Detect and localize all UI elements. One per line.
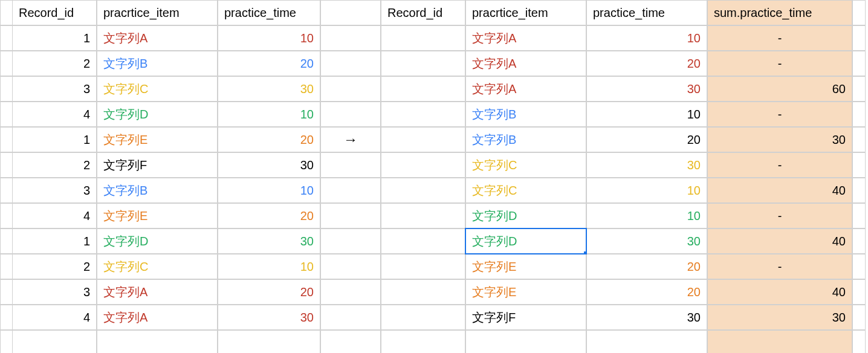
right-sum-practice-time[interactable]: 40	[707, 279, 852, 305]
spacer-cell[interactable]	[320, 25, 381, 51]
spacer-cell[interactable]	[320, 102, 381, 127]
left-record-id[interactable]: 4	[12, 203, 97, 228]
right-record-id[interactable]	[381, 25, 465, 51]
edge-cell[interactable]	[852, 0, 866, 25]
right-practice-time[interactable]: 10	[586, 203, 707, 228]
spacer-cell[interactable]	[320, 0, 381, 25]
edge-cell[interactable]	[852, 25, 866, 51]
spacer-cell[interactable]	[320, 203, 381, 228]
spacer-cell[interactable]	[320, 152, 381, 178]
row-header[interactable]	[0, 76, 13, 102]
left-practice-item[interactable]: 文字列F	[97, 152, 218, 178]
right-practice-time[interactable]: 10	[586, 102, 707, 127]
col-header-practice-time-right[interactable]: practice_time	[586, 0, 707, 25]
row-header[interactable]	[0, 228, 13, 254]
empty-cell[interactable]	[465, 330, 586, 353]
empty-cell[interactable]	[218, 330, 320, 353]
row-header[interactable]	[0, 279, 13, 305]
left-practice-item[interactable]: 文字列A	[97, 305, 218, 330]
right-record-id[interactable]	[381, 127, 465, 152]
right-practice-item[interactable]: 文字列A	[465, 25, 586, 51]
right-sum-practice-time[interactable]: 40	[707, 178, 852, 203]
right-practice-item[interactable]: 文字列C	[465, 178, 586, 203]
empty-cell[interactable]	[12, 330, 97, 353]
right-practice-time[interactable]: 20	[586, 279, 707, 305]
right-practice-time[interactable]: 30	[586, 152, 707, 178]
col-header-practice-time-left[interactable]: practice_time	[218, 0, 320, 25]
edge-cell[interactable]	[852, 178, 866, 203]
row-header[interactable]	[0, 0, 13, 25]
right-practice-item[interactable]: 文字列C	[465, 152, 586, 178]
right-practice-item[interactable]: 文字列D	[465, 228, 586, 254]
spacer-cell[interactable]	[320, 254, 381, 279]
row-header[interactable]	[0, 178, 13, 203]
left-record-id[interactable]: 3	[12, 178, 97, 203]
empty-cell[interactable]	[852, 330, 866, 353]
edge-cell[interactable]	[852, 228, 866, 254]
left-practice-item[interactable]: 文字列A	[97, 279, 218, 305]
right-record-id[interactable]	[381, 203, 465, 228]
right-practice-time[interactable]: 30	[586, 76, 707, 102]
empty-cell[interactable]	[97, 330, 218, 353]
edge-cell[interactable]	[852, 51, 866, 76]
right-practice-item[interactable]: 文字列B	[465, 102, 586, 127]
right-sum-practice-time[interactable]: 30	[707, 127, 852, 152]
left-practice-time[interactable]: 10	[218, 178, 320, 203]
empty-cell[interactable]	[381, 330, 465, 353]
left-record-id[interactable]: 1	[12, 228, 97, 254]
left-record-id[interactable]: 3	[12, 76, 97, 102]
left-practice-time[interactable]: 10	[218, 102, 320, 127]
left-practice-item[interactable]: 文字列D	[97, 102, 218, 127]
col-header-record-id-left[interactable]: Record_id	[12, 0, 97, 25]
row-header[interactable]	[0, 127, 13, 152]
row-header[interactable]	[0, 102, 13, 127]
left-record-id[interactable]: 1	[12, 127, 97, 152]
col-header-practice-item-left[interactable]: pracrtice_item	[97, 0, 218, 25]
right-sum-practice-time[interactable]: -	[707, 203, 852, 228]
left-practice-time[interactable]: 20	[218, 127, 320, 152]
edge-cell[interactable]	[852, 127, 866, 152]
left-practice-item[interactable]: 文字列C	[97, 76, 218, 102]
spacer-cell[interactable]	[320, 51, 381, 76]
col-header-record-id-right[interactable]: Record_id	[381, 0, 465, 25]
left-practice-item[interactable]: 文字列E	[97, 127, 218, 152]
right-practice-time[interactable]: 20	[586, 51, 707, 76]
left-record-id[interactable]: 1	[12, 25, 97, 51]
left-practice-time[interactable]: 30	[218, 76, 320, 102]
right-practice-item[interactable]: 文字列F	[465, 305, 586, 330]
left-record-id[interactable]: 4	[12, 305, 97, 330]
spacer-cell[interactable]	[320, 228, 381, 254]
right-record-id[interactable]	[381, 305, 465, 330]
col-header-practice-item-right[interactable]: pracrtice_item	[465, 0, 586, 25]
left-practice-time[interactable]: 30	[218, 228, 320, 254]
right-practice-time[interactable]: 20	[586, 254, 707, 279]
col-header-sum-practice-time[interactable]: sum.practice_time	[707, 0, 852, 25]
left-practice-item[interactable]: 文字列A	[97, 25, 218, 51]
left-practice-item[interactable]: 文字列E	[97, 203, 218, 228]
spacer-cell[interactable]	[320, 178, 381, 203]
left-record-id[interactable]: 4	[12, 102, 97, 127]
right-record-id[interactable]	[381, 279, 465, 305]
left-practice-time[interactable]: 30	[218, 152, 320, 178]
right-practice-item[interactable]: 文字列B	[465, 127, 586, 152]
empty-cell[interactable]	[586, 330, 707, 353]
right-practice-item[interactable]: 文字列D	[465, 203, 586, 228]
right-practice-time[interactable]: 10	[586, 178, 707, 203]
right-record-id[interactable]	[381, 228, 465, 254]
right-practice-item[interactable]: 文字列E	[465, 279, 586, 305]
left-practice-time[interactable]: 20	[218, 203, 320, 228]
row-header[interactable]	[0, 25, 13, 51]
right-sum-practice-time[interactable]: 40	[707, 228, 852, 254]
left-record-id[interactable]: 3	[12, 279, 97, 305]
edge-cell[interactable]	[852, 305, 866, 330]
left-record-id[interactable]: 2	[12, 51, 97, 76]
right-sum-practice-time[interactable]: -	[707, 51, 852, 76]
right-record-id[interactable]	[381, 152, 465, 178]
right-practice-time[interactable]: 20	[586, 127, 707, 152]
right-record-id[interactable]	[381, 51, 465, 76]
right-practice-time[interactable]: 30	[586, 228, 707, 254]
left-record-id[interactable]: 2	[12, 152, 97, 178]
spacer-cell[interactable]	[320, 305, 381, 330]
right-sum-practice-time[interactable]: -	[707, 254, 852, 279]
right-record-id[interactable]	[381, 178, 465, 203]
